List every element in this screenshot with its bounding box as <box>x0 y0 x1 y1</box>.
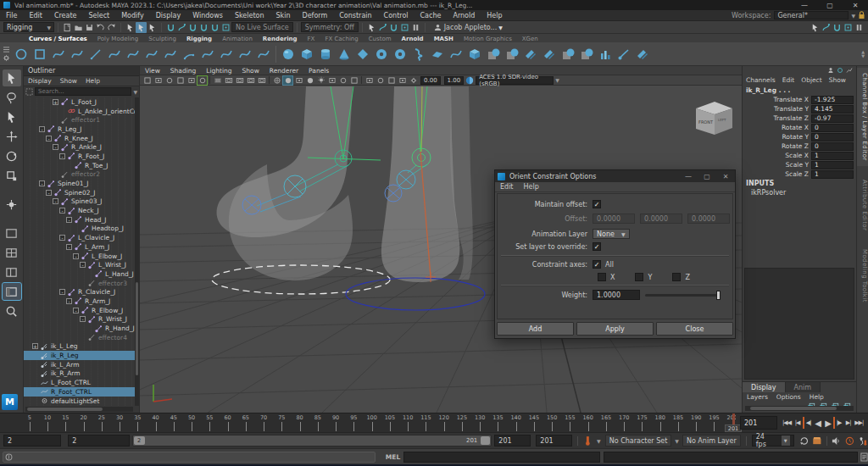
animation-start-field[interactable]: 2 <box>3 435 61 447</box>
pause-icon[interactable] <box>410 22 421 33</box>
paint-curve-icon[interactable] <box>615 44 633 64</box>
expand-toggle[interactable]: - <box>46 190 52 196</box>
channel-value-field[interactable]: 1 <box>811 152 854 160</box>
outliner-item-r_wrist_j[interactable]: -R_Wrist_J <box>24 315 135 325</box>
select-filter-icon[interactable] <box>25 88 33 96</box>
animation-end-field[interactable]: 201 <box>536 435 572 447</box>
menu-windows[interactable]: Windows <box>186 12 229 19</box>
shadows-icon[interactable] <box>327 76 337 85</box>
pencil-curve-icon[interactable] <box>86 44 105 64</box>
script-editor-icon[interactable] <box>860 452 868 462</box>
set-layer-checkbox[interactable]: ✓ <box>593 242 601 251</box>
select-tool[interactable] <box>3 69 21 86</box>
go-to-end-button[interactable]: ▶▶| <box>854 417 864 429</box>
wireframe-icon[interactable] <box>272 76 281 85</box>
column-bars-icon[interactable] <box>596 44 615 64</box>
chevron-down-icon[interactable]: ▼ <box>851 13 855 19</box>
construction-history-icon[interactable] <box>366 22 377 33</box>
save-scene-icon[interactable] <box>84 22 95 33</box>
step-forward-frame-button[interactable]: |▶ <box>833 417 843 429</box>
menu-constrain[interactable]: Constrain <box>333 12 377 19</box>
outliner-item-r_foot_ctrl[interactable]: R_Foot_CTRL <box>24 387 135 397</box>
scale-tool[interactable] <box>3 167 21 184</box>
ball-target-icon[interactable] <box>559 44 577 64</box>
dialog-menu-help[interactable]: Help <box>519 183 544 191</box>
snap-curve-icon[interactable] <box>176 22 187 33</box>
select-hierarchy-icon[interactable] <box>125 22 136 33</box>
mel-input[interactable] <box>403 452 600 463</box>
outliner-menu-display[interactable]: Display <box>24 77 56 85</box>
curve-insert-icon[interactable] <box>217 44 236 64</box>
select-object-icon[interactable] <box>136 22 147 33</box>
expand-toggle[interactable]: - <box>66 244 72 250</box>
magnifier-tool[interactable] <box>3 302 21 319</box>
sphere-icon[interactable] <box>279 44 298 64</box>
textured-icon[interactable] <box>294 76 303 85</box>
outliner-item-r_clavicle_j[interactable]: -R_Clavicle_J <box>24 287 135 297</box>
character-controls-icon[interactable] <box>821 22 832 33</box>
move-tool[interactable] <box>3 128 21 145</box>
select-camera-icon[interactable] <box>142 76 152 85</box>
shelf-tab-fx-caching[interactable]: FX Caching <box>320 36 363 42</box>
channel-value-field[interactable]: -0.97 <box>811 114 854 123</box>
channel-box-menu-channels[interactable]: Channels <box>743 76 779 84</box>
snap-point-icon[interactable] <box>187 22 198 33</box>
layer-tab-anim[interactable]: Anim <box>786 382 821 392</box>
outliner-menu-show[interactable]: Show <box>56 77 81 85</box>
stripes-b-icon[interactable] <box>540 44 559 64</box>
play-forwards-button[interactable]: ▶ <box>823 417 832 429</box>
outliner-item-l_wrist_j[interactable]: -L_Wrist_J <box>24 260 135 269</box>
outliner-horizontal-scrollbar[interactable] <box>25 407 133 412</box>
outliner-item-ik_r_arm[interactable]: ik_R_Arm <box>24 369 135 379</box>
menu-skin[interactable]: Skin <box>270 12 297 19</box>
clapper-icon[interactable] <box>812 436 822 446</box>
curve-offset-icon[interactable] <box>198 44 217 64</box>
outliner-item-r_knee_j[interactable]: -R_Knee_J <box>24 134 135 143</box>
viewport-menu-lighting[interactable]: Lighting <box>201 67 236 75</box>
gate-mask-icon[interactable] <box>246 76 255 85</box>
playback-end-field[interactable]: 201 <box>494 435 531 447</box>
curve-detach-icon[interactable] <box>161 44 180 64</box>
outliner-item-headtop_j[interactable]: Headtop_J <box>24 225 135 234</box>
viewport-menu-renderer[interactable]: Renderer <box>264 67 303 75</box>
shelf-tab-mash[interactable]: MASH <box>429 36 459 42</box>
select-ball-icon[interactable] <box>503 44 521 64</box>
curve-intersect-icon[interactable] <box>254 44 273 64</box>
mel-label[interactable]: MEL <box>386 453 400 461</box>
outliner-item-spine03_j[interactable]: -Spine03_J <box>24 197 135 207</box>
maintain-offset-checkbox[interactable]: ✓ <box>593 200 601 208</box>
xray-icon[interactable] <box>376 76 385 85</box>
cv-curve-icon[interactable] <box>49 44 68 64</box>
close-icon[interactable]: ✕ <box>843 0 868 10</box>
outliner-persp-layout[interactable] <box>3 283 21 300</box>
split-pane-layout[interactable] <box>3 264 21 280</box>
channel-value-field[interactable]: 0 <box>811 142 854 151</box>
shelf-tab-animation[interactable]: Animation <box>217 36 258 42</box>
loop-icon[interactable] <box>799 436 810 446</box>
lock-camera-icon[interactable] <box>153 76 163 85</box>
add-button[interactable]: Add <box>497 322 574 336</box>
exposure-field[interactable]: 0.00 <box>420 76 441 85</box>
offset-z-field[interactable]: 0.0000 <box>687 214 730 224</box>
shelf-tab-curves-surfaces[interactable]: Curves / Surfaces <box>24 36 92 42</box>
axis-x-checkbox[interactable] <box>598 273 606 281</box>
render-region-icon[interactable] <box>388 22 399 33</box>
axes-all-checkbox[interactable]: ✓ <box>593 260 601 269</box>
snap-projected-center-icon[interactable] <box>198 22 209 33</box>
shelf-tab-rigging[interactable]: Rigging <box>181 36 217 42</box>
shelf-tab-motion-graphics[interactable]: Motion Graphics <box>459 36 517 42</box>
expand-toggle[interactable]: - <box>59 208 65 214</box>
lights-icon[interactable] <box>316 76 326 85</box>
nurbs-circle-icon[interactable] <box>12 44 31 64</box>
outliner-item-l_clavicle_j[interactable]: -L_Clavicle_J <box>24 233 135 242</box>
chevron-down-icon[interactable]: ▼ <box>597 438 601 444</box>
symmetry-view-icon[interactable] <box>398 76 407 85</box>
dialog-title-bar[interactable]: Orient Constraint Options — ▢ ✕ <box>495 170 735 182</box>
bezier-curve-icon[interactable] <box>105 44 124 64</box>
maximize-icon[interactable]: ▢ <box>817 0 843 10</box>
sidebar-tab-channel-box-layer-editor[interactable]: Channel Box / Layer Editor <box>857 68 868 166</box>
shelf-tab-sculpting[interactable]: Sculpting <box>143 36 181 42</box>
weight-slider-handle[interactable] <box>716 291 721 300</box>
weight-slider[interactable] <box>645 294 721 297</box>
step-back-key-button[interactable]: |◀ <box>793 417 802 429</box>
